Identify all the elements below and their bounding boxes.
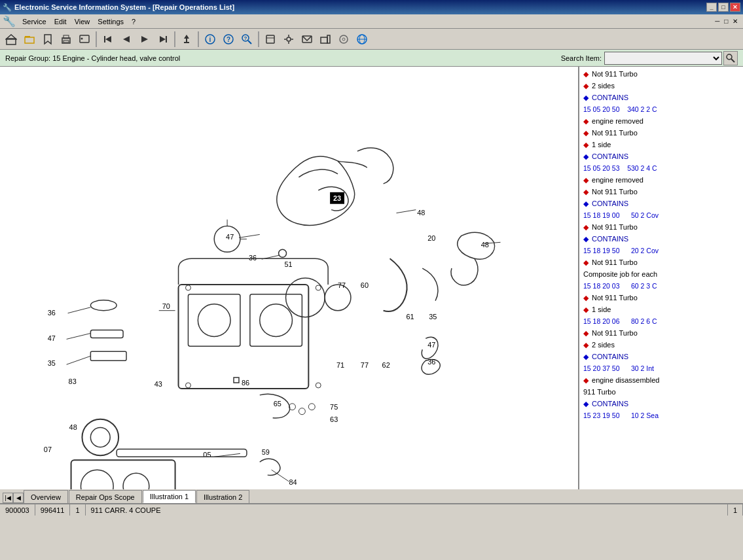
tab-illustration-1-label: Illustration 1 xyxy=(150,493,189,500)
repair-group-label: Repair Group: 15 Engine - Cylinder head,… xyxy=(5,54,561,62)
toolbar-first[interactable] xyxy=(100,31,117,48)
toolbar-prev[interactable] xyxy=(118,31,135,48)
tab-overview-label: Overview xyxy=(31,493,61,501)
status-text-1: 900003 xyxy=(5,506,29,514)
right-panel-content: ◆ Not 911 Turbo ◆ 2 sides ◆ CONTAINS 15 … xyxy=(579,67,743,423)
toolbar-config[interactable] xyxy=(280,31,297,48)
rp-entry-1: ◆ 2 sides xyxy=(582,80,740,92)
menu-help[interactable]: ? xyxy=(128,16,139,27)
rp-entry-13: ◆ Not 911 Turbo xyxy=(582,221,740,233)
rp-text-14: CONTAINS xyxy=(592,235,628,243)
rp-text-21: 15 18 20 06 80 2 6 C xyxy=(583,317,657,325)
rp-text-7: CONTAINS xyxy=(592,152,628,160)
tab-illustration-2[interactable]: Illustration 2 xyxy=(196,490,249,503)
rp-entry-15[interactable]: 15 18 19 50 20 2 Cov xyxy=(582,245,740,256)
toolbar-next[interactable] xyxy=(136,31,153,48)
svg-marker-4 xyxy=(45,35,51,44)
svg-text:36: 36 xyxy=(249,254,257,262)
close-button[interactable]: ✕ xyxy=(730,3,740,12)
rp-entry-18[interactable]: 15 18 20 03 60 2 3 C xyxy=(582,280,740,292)
rp-diamond-icon-26: ◆ xyxy=(583,376,589,384)
menu-edit[interactable]: Edit xyxy=(50,16,71,27)
toolbar-search-help[interactable]: ? xyxy=(238,31,255,48)
search-item-label: Search Item: xyxy=(561,54,602,62)
toolbar-home[interactable] xyxy=(3,31,20,48)
svg-marker-11 xyxy=(105,36,111,43)
svg-text:36: 36 xyxy=(48,309,56,317)
menu-service[interactable]: Service xyxy=(18,16,50,27)
sub-close[interactable]: ✕ xyxy=(733,18,738,25)
svg-text:63: 63 xyxy=(330,415,338,423)
svg-text:43: 43 xyxy=(154,380,162,388)
rp-entry-21[interactable]: 15 18 20 06 80 2 6 C xyxy=(582,315,740,327)
rp-entry-16: ◆ Not 911 Turbo xyxy=(582,256,740,268)
menu-view[interactable]: View xyxy=(71,16,94,27)
tab-nav-prev[interactable]: ◀ xyxy=(13,493,24,503)
app-menu-icon: 🔧 xyxy=(3,15,16,27)
status-text-2: 996411 xyxy=(41,506,65,514)
search-go-button[interactable] xyxy=(723,51,738,65)
rp-entry-27: 911 Turbo xyxy=(582,386,740,398)
diagram-area: 911 Carrera, 911 Carrera 4 23 48 48 xyxy=(0,67,579,489)
rp-text-2: CONTAINS xyxy=(592,94,628,101)
toolbar-info[interactable]: i xyxy=(202,31,219,48)
rp-entry-17: Composite job for each xyxy=(582,268,740,280)
rp-text-4: engine removed xyxy=(592,117,643,125)
toolbar-bookmark[interactable] xyxy=(39,31,56,48)
rp-entry-12[interactable]: 15 18 19 00 50 2 Cov xyxy=(582,209,740,221)
tab-overview[interactable]: Overview xyxy=(24,490,68,503)
sub-minimize[interactable]: ─ xyxy=(715,18,719,25)
search-bar: Repair Group: 15 Engine - Cylinder head,… xyxy=(0,50,743,67)
sub-window-controls: ─ □ ✕ xyxy=(715,18,740,25)
toolbar-globe[interactable] xyxy=(353,31,371,48)
rp-diamond-icon-22: ◆ xyxy=(583,329,589,337)
rp-text-18: 15 18 20 03 60 2 3 C xyxy=(583,282,657,290)
svg-point-36 xyxy=(340,35,348,43)
rp-diamond-icon-9: ◆ xyxy=(583,176,589,184)
right-panel[interactable]: ◆ Not 911 Turbo ◆ 2 sides ◆ CONTAINS 15 … xyxy=(579,67,743,489)
toolbar-print[interactable] xyxy=(58,31,75,48)
rp-text-25: 15 20 37 50 30 2 Int xyxy=(583,364,654,372)
tab-illustration-1[interactable]: Illustration 1 xyxy=(143,490,196,503)
menu-settings[interactable]: Settings xyxy=(94,16,128,27)
toolbar-tools[interactable] xyxy=(262,31,279,48)
rp-entry-10: ◆ Not 911 Turbo xyxy=(582,186,740,198)
svg-text:75: 75 xyxy=(330,403,338,411)
sub-restore[interactable]: □ xyxy=(724,18,728,25)
toolbar-open[interactable] xyxy=(21,31,38,48)
svg-point-28 xyxy=(287,37,291,41)
tab-nav-first[interactable]: |◀ xyxy=(3,493,13,503)
tab-repair-ops-scope[interactable]: Repair Ops Scope xyxy=(69,490,142,503)
toolbar-print2[interactable] xyxy=(76,31,93,48)
rp-text-17: Composite job for each xyxy=(583,270,657,278)
minimize-button[interactable]: _ xyxy=(706,3,717,12)
toolbar-help[interactable]: ? xyxy=(220,31,237,48)
svg-point-9 xyxy=(81,37,83,39)
rp-entry-8[interactable]: 15 05 20 53 530 2 4 C xyxy=(582,162,740,174)
svg-text:70: 70 xyxy=(162,302,170,310)
toolbar-fax[interactable] xyxy=(317,31,334,48)
rp-entry-24: ◆ CONTAINS xyxy=(582,351,740,362)
tabs-bar: |◀ ◀ Overview Repair Ops Scope Illustrat… xyxy=(0,489,743,504)
toolbar-mail[interactable] xyxy=(299,31,316,48)
rp-diamond-icon-20: ◆ xyxy=(583,306,589,313)
toolbar-up[interactable] xyxy=(178,31,195,48)
rp-entry-25[interactable]: 15 20 37 50 30 2 Int xyxy=(582,362,740,374)
search-input[interactable] xyxy=(604,52,722,65)
status-cell-2: 996411 xyxy=(35,504,71,516)
svg-point-37 xyxy=(342,38,345,41)
maximize-button[interactable]: □ xyxy=(718,3,729,12)
parts-diagram: 23 48 48 20 xyxy=(0,67,578,489)
rp-entry-29[interactable]: 15 23 19 50 10 2 Sea xyxy=(582,410,740,421)
rp-text-22: Not 911 Turbo xyxy=(592,329,638,337)
rp-text-1: 2 sides xyxy=(592,82,615,90)
toolbar-last[interactable] xyxy=(154,31,172,48)
svg-text:20: 20 xyxy=(427,234,435,242)
rp-text-6: 1 side xyxy=(592,141,611,149)
rp-entry-3[interactable]: 15 05 20 50 340 2 2 C xyxy=(582,103,740,115)
toolbar-cd[interactable] xyxy=(335,31,352,48)
rp-entry-5: ◆ Not 911 Turbo xyxy=(582,127,740,139)
svg-rect-35 xyxy=(327,35,330,43)
menu-bar: 🔧 Service Edit View Settings ? ─ □ ✕ xyxy=(0,14,743,29)
svg-text:23: 23 xyxy=(333,194,341,202)
